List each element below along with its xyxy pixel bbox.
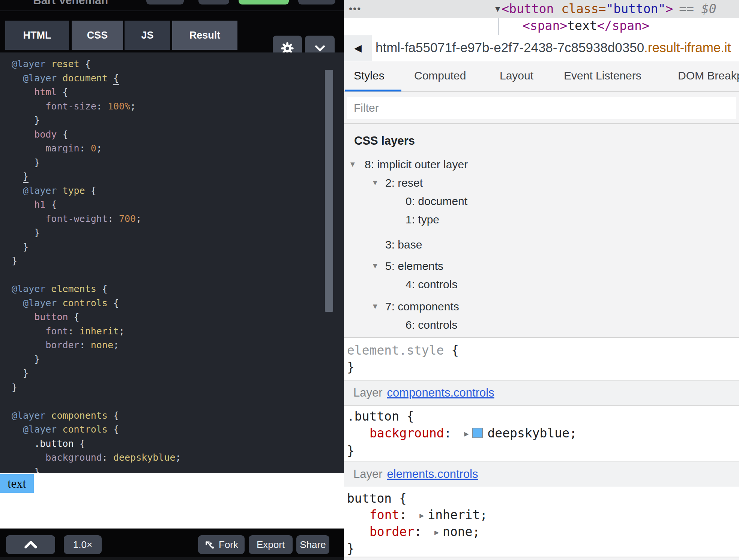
- editor-tab-html[interactable]: HTML: [5, 21, 69, 50]
- rule-class-button[interactable]: .button { background: ▶deepskyblue; }: [344, 406, 739, 461]
- property-name[interactable]: background: [370, 426, 444, 440]
- code-line: [12, 268, 181, 282]
- code-line: border: none;: [12, 338, 181, 352]
- editor-tab-result[interactable]: Result: [172, 21, 237, 50]
- tree-label: 8: implicit outer layer: [365, 155, 468, 174]
- property-name[interactable]: font: [370, 508, 399, 522]
- chevron-up-icon: [23, 539, 38, 550]
- code-line: @layer elements {: [12, 282, 181, 296]
- span-text: text: [567, 18, 597, 33]
- header-button-partial-2[interactable]: [198, 0, 229, 4]
- css-code: @layer reset { @layer document { html { …: [12, 57, 181, 473]
- layer-link-components-controls[interactable]: components.controls: [387, 386, 494, 400]
- code-line: }: [12, 113, 181, 127]
- frame-host: html-fa55071f-e97b-e2f7-2438-7c85938d035…: [376, 40, 644, 55]
- tree-label: 0: document: [406, 192, 467, 210]
- expand-property-icon[interactable]: ▶: [434, 528, 439, 537]
- tree-expand-icon[interactable]: ▼: [349, 155, 356, 174]
- expand-property-icon[interactable]: ▶: [419, 511, 424, 520]
- more-options-icon[interactable]: •••: [349, 3, 361, 15]
- tree-expand-icon[interactable]: ▼: [371, 257, 379, 275]
- devtools-tab-computed[interactable]: Computed: [414, 69, 466, 82]
- fork-button[interactable]: Fork: [198, 535, 245, 554]
- layer-tree-row[interactable]: 0: document: [344, 192, 739, 210]
- property-value[interactable]: inherit;: [428, 508, 487, 522]
- code-line: background: deepskyblue;: [12, 451, 181, 465]
- tree-expand-icon[interactable]: ▼: [371, 297, 379, 316]
- css-layers-tree: ▼8: implicit outer layer▼2: reset0: docu…: [344, 155, 739, 334]
- code-line: @layer controls {: [12, 422, 181, 437]
- layer-tree-row[interactable]: ▼8: implicit outer layer: [344, 155, 739, 174]
- property-value[interactable]: none;: [443, 524, 480, 539]
- code-editor-panel: Bart Veneman HTMLCSSJSResult: [0, 0, 344, 560]
- layer-word: Layer: [353, 386, 383, 400]
- devtools-tab-event-listeners[interactable]: Event Listeners: [564, 69, 641, 82]
- layer-strip-components: Layer components.controls: [344, 380, 739, 406]
- node-attr-value: "button": [606, 1, 665, 16]
- devtools-tab-dom-breakpoints[interactable]: DOM Breakpoints: [678, 69, 739, 82]
- layer-tree-row[interactable]: ▼2: reset: [344, 174, 739, 192]
- css-code-editor[interactable]: @layer reset { @layer document { html { …: [0, 52, 344, 473]
- selected-node-markup: ▼<button class="button">== $0: [495, 1, 716, 16]
- property-value[interactable]: deepskyblue: [487, 426, 569, 440]
- editor-tab-css[interactable]: CSS: [72, 21, 123, 50]
- elements-child-node-row[interactable]: <span>text</span>: [344, 18, 739, 35]
- layer-tree-row[interactable]: 6: controls: [344, 316, 739, 334]
- frame-url[interactable]: html-fa55071f-e97b-e2f7-2438-7c85938d035…: [376, 40, 739, 55]
- export-button[interactable]: Export: [249, 535, 293, 554]
- span-tag-open: <span>: [523, 18, 567, 33]
- layer-tree-row[interactable]: ▼7: components: [344, 297, 739, 316]
- layer-tree-row[interactable]: 1: type: [344, 210, 739, 229]
- code-line: [12, 394, 181, 409]
- css-layers-title: CSS layers: [354, 134, 415, 148]
- editor-footer-bar: 1.0× Fork Export Share: [0, 529, 344, 560]
- styles-filter-input[interactable]: [347, 97, 736, 119]
- editor-tab-js[interactable]: JS: [125, 21, 170, 50]
- code-line: font-size: 100%;: [12, 99, 181, 114]
- tree-label: 3: base: [385, 235, 422, 254]
- layer-tree-row[interactable]: ▼5: elements: [344, 257, 739, 275]
- expand-arrow-icon[interactable]: ▼: [495, 4, 500, 13]
- node-attr-name: class=: [554, 1, 606, 16]
- rule-selector: button {: [344, 490, 739, 507]
- property-name[interactable]: border: [370, 524, 414, 539]
- tree-label: 4: controls: [406, 275, 457, 293]
- code-line: }: [12, 240, 181, 254]
- node-dollar-flag: == $0: [679, 1, 716, 16]
- rule-close-brace: }: [344, 541, 739, 557]
- console-expand-button[interactable]: [6, 535, 55, 554]
- editor-tab-bar: HTMLCSSJSResult: [0, 17, 344, 52]
- frame-back-button[interactable]: ◀: [344, 35, 372, 61]
- code-line: }: [12, 380, 181, 395]
- preview-text-button[interactable]: text: [0, 474, 34, 493]
- header-button-partial-3[interactable]: [298, 0, 335, 4]
- share-button[interactable]: Share: [296, 535, 329, 554]
- layer-tree-row[interactable]: 3: base: [344, 235, 739, 254]
- color-swatch[interactable]: [472, 428, 483, 438]
- layer-tree-row[interactable]: 4: controls: [344, 275, 739, 293]
- rule-selector: .button {: [344, 408, 739, 425]
- expand-property-icon[interactable]: ▶: [464, 429, 469, 438]
- header-save-button-partial[interactable]: [239, 0, 289, 4]
- fork-icon: [204, 539, 215, 550]
- code-line: body {: [12, 127, 181, 142]
- zoom-level-button[interactable]: 1.0×: [64, 535, 102, 554]
- layer-link-elements-controls[interactable]: elements.controls: [387, 467, 478, 481]
- elements-selected-node-row[interactable]: ••• ▼<button class="button">== $0: [344, 0, 739, 18]
- code-line: }: [12, 366, 181, 380]
- element-style-section[interactable]: element.style { }: [344, 338, 739, 380]
- rule-button[interactable]: button { font: ▶inherit; border: ▶none; …: [344, 487, 739, 557]
- tree-expand-icon[interactable]: ▼: [371, 174, 379, 192]
- tree-label: 2: reset: [385, 174, 423, 192]
- code-line: }: [12, 254, 181, 268]
- tree-label: 7: components: [385, 297, 459, 316]
- code-line: }: [12, 156, 181, 170]
- devtools-tab-styles[interactable]: Styles: [354, 69, 385, 82]
- devtools-tab-layout[interactable]: Layout: [500, 69, 533, 82]
- editor-scrollbar[interactable]: [325, 70, 333, 312]
- code-line: button {: [12, 310, 181, 324]
- share-button-label: Share: [300, 539, 326, 551]
- styles-filter-row: [344, 92, 739, 124]
- header-button-partial-1[interactable]: [146, 0, 184, 4]
- layer-strip-elements: Layer elements.controls: [344, 461, 739, 487]
